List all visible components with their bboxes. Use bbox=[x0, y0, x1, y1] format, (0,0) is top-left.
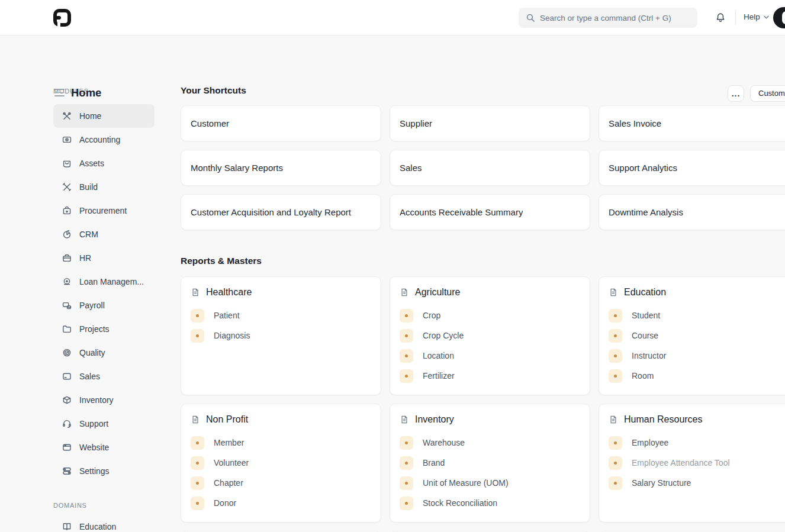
sidebar-item-payroll[interactable]: Payroll bbox=[53, 294, 155, 317]
module-card-healthcare: HealthcarePatientDiagnosis bbox=[181, 276, 381, 395]
sidebar-item-assets[interactable]: Assets bbox=[53, 151, 155, 175]
module-card-header[interactable]: Education bbox=[609, 287, 785, 298]
file-icon bbox=[609, 288, 618, 297]
module-link-label: Unit of Measure (UOM) bbox=[423, 478, 509, 488]
sidebar-item-label: Sales bbox=[79, 372, 100, 381]
shortcut-card-supplier[interactable]: Supplier bbox=[390, 105, 590, 141]
module-card-header[interactable]: Healthcare bbox=[191, 287, 371, 298]
bullet-dot-icon bbox=[191, 309, 204, 323]
sidebar-item-projects[interactable]: Projects bbox=[53, 317, 155, 341]
sidebar-item-loan-managem[interactable]: Loan Managem... bbox=[53, 270, 155, 294]
user-avatar[interactable] bbox=[773, 7, 785, 28]
file-icon bbox=[191, 288, 200, 297]
module-link-brand[interactable]: Brand bbox=[400, 453, 580, 473]
module-link-course[interactable]: Course bbox=[609, 325, 785, 346]
file-icon bbox=[191, 415, 200, 424]
module-link-volunteer[interactable]: Volunteer bbox=[191, 453, 371, 473]
reports-masters-section-title: Reports & Masters bbox=[181, 256, 262, 266]
shortcut-card-accounts-receivable-summary[interactable]: Accounts Receivable Summary bbox=[390, 194, 590, 230]
module-link-label: Employee Attendance Tool bbox=[632, 458, 730, 467]
briefcase-icon bbox=[62, 253, 72, 263]
sidebar-item-education[interactable]: Education bbox=[53, 515, 155, 532]
search-input[interactable] bbox=[540, 14, 690, 22]
module-card-title: Non Profit bbox=[206, 414, 248, 425]
page-title: Home bbox=[71, 86, 101, 99]
notifications-bell-icon[interactable] bbox=[714, 11, 727, 24]
file-icon bbox=[400, 415, 409, 424]
module-link-patient[interactable]: Patient bbox=[191, 305, 371, 325]
shortcuts-section-title: Your Shortcuts bbox=[181, 85, 246, 96]
help-menu[interactable]: Help bbox=[744, 12, 769, 21]
module-card-education: EducationStudentCourseInstructorRoom bbox=[599, 276, 785, 395]
more-options-button[interactable]: ... bbox=[728, 85, 744, 102]
sidebar-item-support[interactable]: Support bbox=[53, 412, 155, 436]
module-link-employee[interactable]: Employee bbox=[609, 433, 785, 453]
sidebar-item-build[interactable]: Build bbox=[53, 175, 155, 199]
sidebar-item-inventory[interactable]: Inventory bbox=[53, 388, 155, 412]
shortcut-card-downtime-analysis[interactable]: Downtime Analysis bbox=[599, 194, 785, 230]
shortcut-label: Customer bbox=[191, 118, 229, 128]
module-link-instructor[interactable]: Instructor bbox=[609, 346, 785, 366]
module-card-header[interactable]: Human Resources bbox=[609, 414, 785, 425]
sidebar-item-settings[interactable]: Settings bbox=[53, 459, 155, 483]
module-link-label: Room bbox=[632, 371, 654, 381]
module-link-salary-structure[interactable]: Salary Structure bbox=[609, 473, 785, 493]
shortcut-card-monthly-salary-reports[interactable]: Monthly Salary Reports bbox=[181, 150, 381, 186]
module-link-employee-attendance-tool[interactable]: Employee Attendance Tool bbox=[609, 453, 785, 473]
shortcut-label: Monthly Salary Reports bbox=[191, 163, 283, 173]
customize-button[interactable]: Customize bbox=[750, 85, 785, 102]
module-link-label: Diagnosis bbox=[214, 331, 250, 340]
sidebar-item-quality[interactable]: Quality bbox=[53, 341, 155, 365]
module-card-title: Human Resources bbox=[624, 414, 703, 425]
sidebar-item-procurement[interactable]: Procurement bbox=[53, 199, 155, 223]
sidebar-item-label: Quality bbox=[79, 348, 105, 357]
shortcut-card-support-analytics[interactable]: Support Analytics bbox=[599, 150, 785, 186]
shortcut-card-sales-invoice[interactable]: Sales Invoice bbox=[599, 105, 785, 141]
module-card-title: Inventory bbox=[415, 414, 454, 425]
sidebar-item-accounting[interactable]: Accounting bbox=[53, 128, 155, 151]
sidebar: MODULES HomeAccountingAssetsBuildProcure… bbox=[53, 88, 155, 532]
shortcut-label: Supplier bbox=[400, 118, 432, 128]
module-card-inventory: InventoryWarehouseBrandUnit of Measure (… bbox=[390, 404, 590, 523]
file-icon bbox=[609, 415, 618, 424]
global-search[interactable] bbox=[519, 8, 697, 28]
module-card-header[interactable]: Agriculture bbox=[400, 287, 580, 298]
module-link-donor[interactable]: Donor bbox=[191, 493, 371, 513]
shortcut-card-customer[interactable]: Customer bbox=[181, 105, 381, 141]
module-card-title: Education bbox=[624, 287, 666, 298]
module-link-warehouse[interactable]: Warehouse bbox=[400, 433, 580, 453]
module-link-room[interactable]: Room bbox=[609, 366, 785, 386]
module-link-crop-cycle[interactable]: Crop Cycle bbox=[400, 325, 580, 346]
main-content: Your Shortcuts CustomerSupplierSales Inv… bbox=[181, 36, 785, 532]
money-eye-icon bbox=[62, 134, 72, 145]
sidebar-item-hr[interactable]: HR bbox=[53, 246, 155, 270]
module-link-crop[interactable]: Crop bbox=[400, 305, 580, 325]
sidebar-item-crm[interactable]: CRM bbox=[53, 223, 155, 246]
sidebar-item-label: Education bbox=[79, 522, 116, 531]
module-link-member[interactable]: Member bbox=[191, 433, 371, 453]
bullet-dot-icon bbox=[400, 436, 413, 450]
sidebar-item-sales[interactable]: Sales bbox=[53, 365, 155, 388]
bullet-dot-icon bbox=[191, 329, 204, 343]
sidebar-item-label: Assets bbox=[79, 159, 104, 168]
shortcut-card-customer-acquisition-and-loyalty-report[interactable]: Customer Acquisition and Loyalty Report bbox=[181, 194, 381, 230]
module-link-stock-reconciliation[interactable]: Stock Reconciliation bbox=[400, 493, 580, 513]
sidebar-item-website[interactable]: Website bbox=[53, 436, 155, 459]
module-link-diagnosis[interactable]: Diagnosis bbox=[191, 325, 371, 346]
module-link-student[interactable]: Student bbox=[609, 305, 785, 325]
module-link-unit-of-measure-uom[interactable]: Unit of Measure (UOM) bbox=[400, 473, 580, 493]
module-link-location[interactable]: Location bbox=[400, 346, 580, 366]
module-card-header[interactable]: Inventory bbox=[400, 414, 580, 425]
sidebar-item-home[interactable]: Home bbox=[53, 104, 155, 128]
shortcut-card-sales[interactable]: Sales bbox=[390, 150, 590, 186]
module-link-fertilizer[interactable]: Fertilizer bbox=[400, 366, 580, 386]
module-link-chapter[interactable]: Chapter bbox=[191, 473, 371, 493]
sidebar-toggle-icon[interactable] bbox=[54, 89, 65, 96]
module-card-header[interactable]: Non Profit bbox=[191, 414, 371, 425]
tools-icon bbox=[62, 111, 72, 121]
top-bar: Help bbox=[0, 0, 785, 36]
app-logo[interactable] bbox=[53, 9, 71, 27]
module-card-non-profit: Non ProfitMemberVolunteerChapterDonor bbox=[181, 404, 381, 523]
page-header: Home ... Customize bbox=[0, 36, 785, 70]
pie-chart-icon bbox=[62, 229, 72, 240]
